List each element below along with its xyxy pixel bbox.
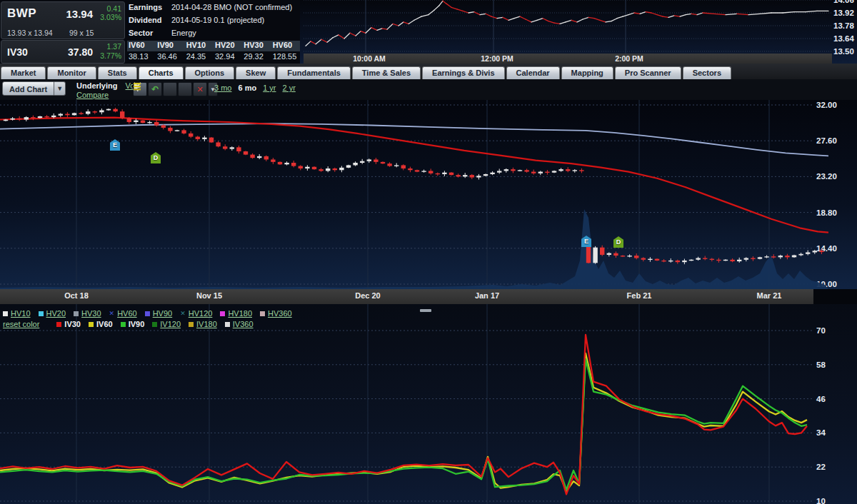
stats-value-cell: 29.32 [242, 52, 271, 63]
volatility-chart[interactable]: 705846342210 HV10HV20HV30✕HV60HV90✕HV120… [0, 304, 857, 504]
price-y-label: 23.20 [816, 172, 837, 181]
legend-link-hv90[interactable]: HV90 [153, 308, 173, 319]
candle [538, 172, 543, 173]
date-axis-label: Jan 17 [475, 291, 499, 300]
underlying-mode[interactable]: Underlying [76, 81, 117, 90]
legend-link-iv90[interactable]: IV90 [129, 319, 145, 330]
candle [72, 113, 76, 115]
range-6-mo[interactable]: 6 mo [238, 84, 256, 92]
candle [394, 165, 399, 166]
legend-item-hv360: HV360 [260, 308, 292, 319]
legend-link-hv180[interactable]: HV180 [228, 308, 252, 319]
tab-calendar[interactable]: Calendar [506, 66, 560, 79]
candle [661, 261, 666, 261]
levels-icon[interactable] [178, 82, 192, 96]
time-axis-label: 2:00 PM [615, 54, 643, 63]
candle [648, 259, 652, 260]
legend-item-hv180: HV180 [220, 308, 252, 319]
candle [4, 120, 8, 121]
legend-link-hv360[interactable]: HV360 [268, 308, 292, 319]
price-change: 0.413.03% [100, 4, 121, 21]
legend-item-iv120: IV120 [152, 319, 181, 330]
candle [113, 109, 117, 111]
stats-header-cell: HV30 [242, 41, 271, 51]
range-1-yr[interactable]: 1 yr [263, 84, 276, 92]
legend-link-hv10[interactable]: HV10 [11, 308, 31, 319]
quote-panel[interactable]: BWP 13.94 0.413.03% 13.93 x 13.94 99 x 1… [1, 1, 125, 39]
tab-pro-scanner[interactable]: Pro Scanner [615, 66, 681, 79]
candle [497, 171, 501, 172]
add-chart-button[interactable]: Add Chart ▼ [2, 81, 66, 96]
panel-splitter-handle[interactable] [420, 309, 431, 312]
date-axis-label: Mar 21 [757, 291, 782, 300]
tab-earnings-divis[interactable]: Earnings & Divis [422, 66, 504, 79]
add-chart-label[interactable]: Add Chart [2, 81, 54, 96]
legend-link-iv30[interactable]: IV30 [64, 319, 81, 330]
candle [387, 163, 391, 166]
tab-monitor[interactable]: Monitor [47, 66, 96, 79]
stats-value-cell: 24.35 [185, 52, 214, 63]
delete-icon[interactable]: ✕ [193, 82, 207, 96]
tab-stats[interactable]: Stats [98, 66, 137, 79]
draw-tools: ↶ ✕ ▼ [133, 82, 219, 96]
legend-link-iv360[interactable]: IV360 [233, 319, 254, 330]
legend-item-hv30: HV30 [74, 308, 101, 319]
legend-item-hv10: HV10 [3, 308, 31, 319]
range-2-yr[interactable]: 2 yr [283, 84, 296, 92]
legend-swatch [220, 311, 225, 316]
tab-market[interactable]: Market [1, 66, 46, 79]
stats-header-cell: HV20 [214, 41, 242, 51]
legend-link-iv120[interactable]: IV120 [160, 319, 181, 330]
legend-link-hv20[interactable]: HV20 [46, 308, 66, 319]
tab-time-sales[interactable]: Time & Sales [352, 66, 421, 79]
legend-swatch [3, 311, 8, 316]
candle [490, 173, 494, 174]
undo-icon[interactable]: ↶ [148, 82, 162, 96]
candle [476, 176, 481, 177]
vol-stats-values: 38.1336.4624.3532.9429.32128.55 [127, 52, 300, 63]
candle [244, 151, 248, 155]
main-tab-bar: MarketMonitorStatsChartsOptionsSkewFunda… [0, 64, 857, 79]
legend-swatch [74, 311, 79, 316]
legend-item-iv360: IV360 [225, 319, 254, 330]
tab-options[interactable]: Options [185, 66, 235, 79]
candle [621, 256, 625, 256]
legend-link-iv60[interactable]: IV60 [96, 319, 113, 330]
tab-mapping[interactable]: Mapping [561, 66, 613, 79]
tab-fundamentals[interactable]: Fundamentals [277, 66, 351, 79]
tab-charts[interactable]: Charts [139, 66, 184, 79]
stats-header-cell: HV10 [185, 41, 214, 51]
candle [326, 168, 330, 171]
candle [470, 175, 474, 177]
candle [545, 172, 549, 173]
legend-swatch: ✕ [109, 311, 115, 316]
candle [573, 170, 577, 171]
legend-link-hv30[interactable]: HV30 [81, 308, 101, 319]
tab-sectors[interactable]: Sectors [683, 66, 731, 79]
vol-y-label: 58 [816, 361, 826, 369]
candle [710, 259, 714, 260]
legend-link-hv120[interactable]: HV120 [189, 308, 213, 319]
date-axis-label: Oct 18 [64, 291, 89, 300]
intraday-chart[interactable]: 14.0613.9213.7813.6413.50 10:00 AM12:00 … [300, 0, 857, 64]
candle [792, 255, 796, 257]
reset-color-link[interactable]: reset color [3, 319, 39, 330]
hv-legend-row: HV10HV20HV30✕HV60HV90✕HV120HV180HV360 [3, 308, 300, 319]
draw-line-icon[interactable] [163, 82, 177, 96]
iv30-label: IV30 [7, 46, 28, 58]
candle [154, 122, 159, 126]
candle [51, 116, 56, 117]
volume-area [0, 209, 828, 289]
legend-link-hv60[interactable]: HV60 [117, 308, 137, 319]
price-chart[interactable]: 32.0027.6023.2018.8014.4010.00 [0, 100, 857, 289]
vol-y-label: 70 [816, 326, 826, 335]
compare-link[interactable]: Compare [76, 91, 109, 99]
iv30-panel[interactable]: IV30 37.80 1.373.77% [1, 40, 125, 64]
candle [778, 256, 783, 257]
range-3-mo[interactable]: 3 mo [214, 84, 231, 92]
candle [196, 136, 200, 138]
legend-link-iv180[interactable]: IV180 [196, 319, 217, 330]
candle [367, 159, 371, 161]
add-chart-dropdown[interactable]: ▼ [54, 81, 66, 96]
tab-skew[interactable]: Skew [236, 66, 276, 79]
